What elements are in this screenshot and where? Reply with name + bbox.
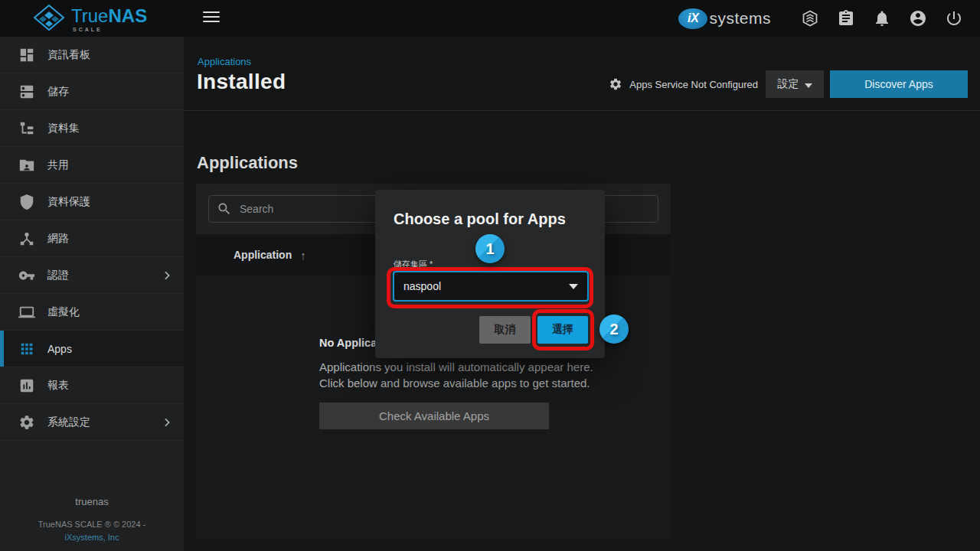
sidebar-item-dashboard[interactable]: 資訊看板	[0, 37, 184, 73]
chevron-right-icon	[161, 269, 173, 282]
settings-button[interactable]: 設定	[766, 70, 824, 98]
truenas-logo-icon	[34, 5, 64, 34]
apps-service-gear-icon	[609, 77, 622, 91]
sidebar: 資訊看板 儲存 資料集 共用 資料保護	[0, 37, 184, 551]
storage-icon	[18, 83, 35, 100]
sidebar-item-label: 資料集	[47, 122, 80, 135]
sidebar-item-label: 系統設定	[47, 416, 90, 429]
apps-service-status: Apps Service Not Configured	[629, 79, 758, 90]
sidebar-item-data-protection[interactable]: 資料保護	[0, 184, 184, 220]
check-available-apps-button[interactable]: Check Available Apps	[319, 403, 549, 429]
sidebar-item-label: 資訊看板	[47, 48, 90, 62]
account-icon[interactable]	[909, 9, 927, 28]
topbar-actions: iX systems	[678, 0, 963, 37]
dropdown-caret-icon	[569, 284, 578, 289]
notifications-icon[interactable]	[873, 9, 891, 28]
sidebar-item-system-settings[interactable]: 系統設定	[0, 404, 184, 441]
topbar: TrueNAS SCALE iX systems	[0, 0, 980, 37]
sidebar-item-label: 虛擬化	[47, 305, 80, 319]
power-icon[interactable]	[945, 9, 963, 28]
settings-button-label: 設定	[778, 77, 799, 91]
jobs-icon[interactable]	[837, 9, 855, 28]
sidebar-item-reports[interactable]: 報表	[0, 367, 184, 404]
dropdown-caret-icon	[805, 83, 812, 88]
choose-pool-dialog: Choose a pool for Apps 儲存集區 * naspool 取消…	[375, 190, 605, 358]
sidebar-item-label: 儲存	[47, 85, 69, 99]
hostname: truenas	[0, 496, 184, 507]
dialog-actions: 取消 選擇	[479, 316, 588, 344]
sidebar-item-label: Apps	[47, 343, 72, 355]
datasets-icon	[18, 120, 35, 137]
sidebar-item-shares[interactable]: 共用	[0, 147, 184, 184]
apps-icon	[18, 341, 35, 357]
credentials-icon	[18, 267, 35, 284]
data-protection-icon	[18, 194, 35, 210]
ix-badge: iX	[678, 8, 707, 29]
sort-asc-icon: ↑	[300, 249, 306, 262]
sidebar-item-label: 報表	[47, 379, 69, 393]
cancel-button[interactable]: 取消	[479, 316, 531, 344]
sidebar-item-label: 認證	[47, 269, 69, 282]
empty-state-line: Click below and browse available apps to…	[319, 375, 557, 391]
column-header-label: Application	[234, 249, 292, 261]
truecommand-icon[interactable]	[801, 9, 819, 28]
brand-text: TrueNAS SCALE	[71, 7, 147, 32]
pool-field-label: 儲存集區 *	[394, 259, 433, 270]
shares-icon	[18, 157, 35, 174]
virtualization-icon	[18, 304, 35, 321]
pool-select[interactable]: naspool	[393, 271, 589, 302]
truenas-logo[interactable]: TrueNAS SCALE	[34, 5, 147, 34]
brand-name-regular: True	[71, 5, 108, 26]
sidebar-item-storage[interactable]: 儲存	[0, 73, 184, 110]
header-actions: Apps Service Not Configured 設定 Discover …	[609, 70, 968, 98]
truenas-page: TrueNAS SCALE iX systems	[0, 0, 980, 551]
sidebar-item-credentials[interactable]: 認證	[0, 257, 184, 294]
discover-apps-button[interactable]: Discover Apps	[830, 70, 968, 98]
breadcrumb[interactable]: Applications	[198, 56, 251, 67]
menu-toggle-icon[interactable]	[203, 11, 220, 22]
dialog-title: Choose a pool for Apps	[394, 210, 566, 228]
sidebar-item-label: 共用	[47, 158, 69, 172]
sidebar-item-datasets[interactable]: 資料集	[0, 110, 184, 147]
reports-icon	[18, 377, 35, 394]
sidebar-footer: truenas TrueNAS SCALE ® © 2024 - iXsyste…	[0, 496, 184, 542]
sidebar-item-apps[interactable]: Apps	[0, 331, 184, 367]
chevron-right-icon	[161, 416, 173, 429]
system-settings-icon	[18, 414, 35, 431]
ixsystems-link[interactable]: iXsystems, Inc	[0, 533, 184, 542]
sidebar-item-virtualization[interactable]: 虛擬化	[0, 294, 184, 331]
network-icon	[18, 230, 35, 247]
empty-state-line: Applications you install will automatica…	[319, 359, 557, 375]
pool-select-value: naspool	[403, 280, 441, 292]
search-icon	[217, 201, 232, 217]
copyright-text: TrueNAS SCALE ® © 2024 -	[0, 520, 184, 529]
page-title: Installed	[197, 70, 286, 94]
page-header: Applications Installed Apps Service Not …	[184, 37, 980, 111]
section-title: Applications	[197, 153, 298, 173]
sidebar-item-label: 網路	[47, 232, 69, 246]
ix-name: systems	[709, 9, 771, 28]
ixsystems-logo: iX systems	[678, 8, 771, 29]
sidebar-item-label: 資料保護	[47, 195, 90, 209]
dashboard-icon	[18, 47, 35, 64]
brand-sub: SCALE	[71, 27, 147, 32]
brand-name-bold: NAS	[108, 5, 147, 26]
choose-button[interactable]: 選擇	[537, 316, 588, 344]
sidebar-item-network[interactable]: 網路	[0, 220, 184, 257]
